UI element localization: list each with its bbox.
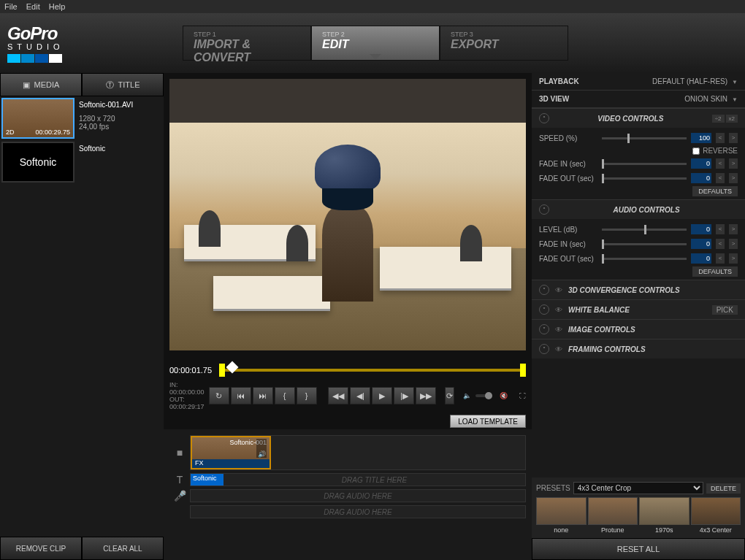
audio-fadeout-slider[interactable] [602, 258, 687, 260]
brand-sub: STUDIO [7, 42, 110, 51]
collapse-icon: ˄ [539, 113, 549, 123]
video-controls-header[interactable]: ˄ VIDEO CONTROLS ÷2x2 [532, 109, 745, 128]
timeline-title-chip[interactable]: Softonic [191, 474, 224, 486]
logo: GoPro STUDIO [7, 23, 110, 63]
timeline: ■ Softonic-001 🔊 FX T Softonic DRAG TITL… [164, 429, 532, 560]
preset-delete-button[interactable]: DELETE [706, 483, 741, 494]
preset-dropdown[interactable]: 4x3 Center Crop [573, 482, 703, 494]
audio-track-icon: 🎤 [169, 490, 190, 502]
workflow-steps: STEP 1IMPORT & CONVERT STEP 2EDIT STEP 3… [183, 26, 568, 61]
white-balance-header[interactable]: ˅👁WHITE BALANCEPICK [532, 300, 745, 319]
step-export[interactable]: STEP 3EXPORT [440, 26, 568, 61]
audio-controls-header[interactable]: ˄ AUDIO CONTROLS [532, 200, 745, 219]
menu-file[interactable]: File [4, 2, 18, 11]
speed-value[interactable]: 100 [691, 133, 711, 143]
preview-viewport[interactable] [169, 79, 526, 350]
loop-button[interactable]: ↻ [209, 387, 229, 404]
preset-1970s[interactable]: 1970s [639, 497, 689, 534]
menu-help[interactable]: Help [49, 2, 66, 11]
tab-media[interactable]: ▣MEDIA [0, 73, 82, 96]
presets-label: PRESETS [536, 484, 570, 492]
eye-icon: 👁 [555, 326, 562, 334]
tab-title[interactable]: ⓉTITLE [82, 73, 164, 96]
double-speed-button[interactable]: x2 [726, 115, 738, 123]
clip-fps: 24,00 fps [79, 123, 158, 131]
preset-4x3[interactable]: 4x3 Center [691, 497, 741, 534]
prev-clip-button[interactable]: ⏮ [231, 387, 251, 404]
image-controls-header[interactable]: ˅👁IMAGE CONTROLS [532, 320, 745, 339]
mute-icon[interactable]: 🔇 [500, 392, 508, 399]
rewind-button[interactable]: ◀◀ [328, 387, 348, 404]
video-fadein-slider[interactable] [602, 163, 687, 165]
playhead-icon[interactable] [226, 361, 239, 374]
title-clip[interactable]: Softonic Softonic [1, 142, 162, 183]
volume-slider[interactable] [475, 394, 492, 397]
mark-in-button[interactable]: { [275, 387, 295, 404]
3d-convergence-header[interactable]: ˅👁3D CONVERGENCE CONTROLS [532, 280, 745, 299]
step-import[interactable]: STEP 1IMPORT & CONVERT [183, 26, 311, 61]
out-time: 00:00:29:17 [169, 403, 205, 410]
fx-label: FX [192, 459, 270, 468]
timeline-clip[interactable]: Softonic-001 🔊 FX [191, 436, 271, 469]
menubar: File Edit Help [0, 0, 745, 13]
title-thumbnail: Softonic [1, 142, 74, 183]
media-clip[interactable]: 2D00:00:29.75 Softonic-001.AVI 1280 x 72… [1, 98, 162, 139]
repeat-button[interactable]: ⟳ [445, 387, 454, 404]
audio-level-slider[interactable] [602, 229, 687, 231]
reset-all-button[interactable]: RESET ALL [532, 538, 745, 560]
speed-inc[interactable]: > [729, 133, 738, 143]
reverse-checkbox[interactable] [692, 147, 700, 155]
clip-resolution: 1280 x 720 [79, 115, 158, 123]
mark-out-button[interactable]: } [297, 387, 317, 404]
speed-label: SPEED (%) [539, 134, 597, 142]
eye-icon: 👁 [555, 286, 562, 294]
presets-panel: PRESETS 4x3 Center Crop DELETE none Prot… [532, 477, 745, 538]
audio-track-1[interactable]: DRAG AUDIO HERE [190, 489, 526, 502]
playhead-time: 00:00:01.75 [169, 366, 212, 375]
menu-edit[interactable]: Edit [26, 2, 40, 11]
fastforward-button[interactable]: ▶▶ [416, 387, 436, 404]
title-track-icon: T [169, 474, 190, 486]
title-name: Softonic [79, 145, 158, 153]
brand-blocks [7, 54, 110, 63]
camera-icon: ▣ [23, 80, 30, 90]
video-defaults-button[interactable]: DEFAULTS [692, 186, 738, 196]
3dview-label: 3D VIEW [539, 95, 569, 103]
fullscreen-icon[interactable]: ⛶ [519, 392, 526, 399]
step-edit[interactable]: STEP 2EDIT [311, 26, 440, 61]
step-forward-button[interactable]: |▶ [394, 387, 414, 404]
3dview-dropdown[interactable]: ONION SKIN [684, 95, 738, 103]
video-fadeout-slider[interactable] [602, 177, 687, 180]
topbar: GoPro STUDIO STEP 1IMPORT & CONVERT STEP… [0, 13, 745, 73]
playback-dropdown[interactable]: DEFAULT (HALF-RES) [652, 77, 738, 85]
in-time: 00:00:00:00 [169, 388, 205, 396]
audio-fadein-slider[interactable] [602, 243, 687, 245]
preset-protune[interactable]: Protune [588, 497, 638, 534]
collapse-icon: ˄ [539, 204, 549, 215]
framing-controls-header[interactable]: ˅👁FRAMING CONTROLS [532, 340, 745, 358]
wb-pick-button[interactable]: PICK [712, 305, 738, 315]
clip-filename: Softonic-001.AVI [79, 101, 158, 109]
speed-dec[interactable]: < [716, 133, 725, 143]
scrubber[interactable] [219, 369, 526, 372]
speaker-icon: 🔈 [463, 392, 471, 399]
step-back-button[interactable]: ◀| [350, 387, 370, 404]
speed-slider[interactable] [602, 137, 687, 139]
clear-all-button[interactable]: CLEAR ALL [82, 537, 164, 560]
audio-defaults-button[interactable]: DEFAULTS [692, 266, 738, 277]
half-speed-button[interactable]: ÷2 [712, 115, 725, 123]
preset-none[interactable]: none [536, 497, 587, 534]
text-icon: Ⓣ [106, 80, 114, 91]
play-button[interactable]: ▶ [372, 387, 392, 404]
audio-track-2[interactable]: DRAG AUDIO HERE [190, 505, 526, 518]
eye-icon: 👁 [555, 345, 562, 353]
clip-thumbnail: 2D00:00:29.75 [1, 98, 74, 139]
playback-label: PLAYBACK [539, 77, 579, 85]
eye-icon: 👁 [555, 306, 562, 314]
video-track[interactable]: Softonic-001 🔊 FX [190, 435, 526, 470]
load-template-button[interactable]: LOAD TEMPLATE [450, 415, 526, 428]
title-track[interactable]: Softonic DRAG TITLE HERE [190, 473, 526, 486]
drag-title-hint: DRAG TITLE HERE [342, 476, 407, 484]
remove-clip-button[interactable]: REMOVE CLIP [0, 537, 82, 560]
next-clip-button[interactable]: ⏭ [253, 387, 273, 404]
